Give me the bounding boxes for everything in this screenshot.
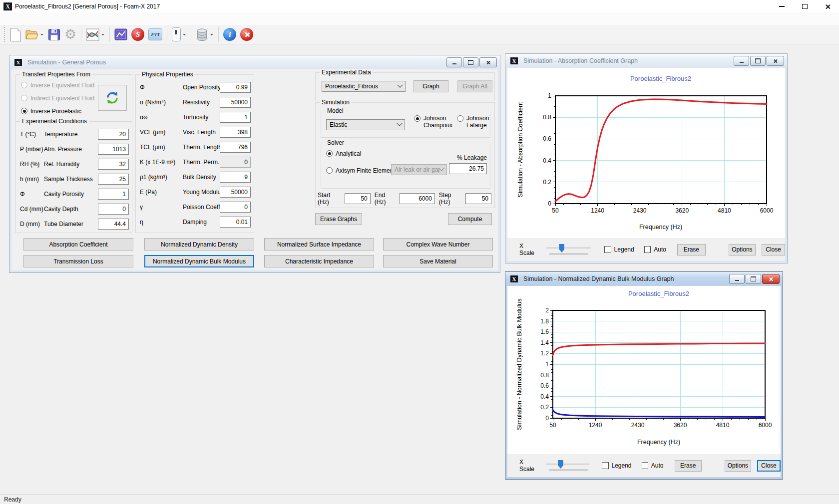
normalized-dynamic-bulk-modulus-button[interactable]: Normalized Dynamic Bulk Modulus xyxy=(144,255,254,267)
impedance-tube-button[interactable] xyxy=(170,26,188,43)
parameter-value-input[interactable]: 9 xyxy=(220,172,251,183)
simulation-window-titlebar[interactable]: X Simulation - General Porous xyxy=(9,55,500,69)
graph-all-button[interactable]: Graph All xyxy=(457,80,492,92)
legend-checkbox[interactable] xyxy=(602,462,608,469)
open-file-button[interactable] xyxy=(23,26,46,43)
erase-button[interactable]: Erase xyxy=(677,244,706,255)
absorption-coefficient-button[interactable]: Absorption Coefficient xyxy=(23,238,133,251)
group-title: Experimental Data xyxy=(320,69,373,76)
app-restore-button[interactable] xyxy=(793,0,816,13)
x-scale-slider[interactable] xyxy=(546,460,589,472)
legend-label: Legend xyxy=(612,462,632,469)
options-button[interactable]: Options xyxy=(725,460,751,472)
parameter-value-input[interactable]: 0.01 xyxy=(220,217,251,228)
parameter-value-input[interactable]: 44.4 xyxy=(98,219,129,230)
parameter-value-input[interactable]: 0.99 xyxy=(220,82,251,93)
radio-johnson-champoux[interactable]: Johnson Champoux xyxy=(414,115,457,129)
settings-button[interactable]: ⚙ xyxy=(62,26,78,43)
start-input[interactable]: 50 xyxy=(345,193,371,204)
new-file-button[interactable] xyxy=(8,26,23,43)
radio-indirect-equivalent-fluid[interactable]: Indirect Equivalent Fluid xyxy=(21,95,94,102)
material-combobox[interactable]: Poroelastic_Fibrous xyxy=(322,81,406,92)
curves-dropdown-icon[interactable] xyxy=(101,34,104,37)
save-button[interactable] xyxy=(46,26,62,43)
maximize-button[interactable] xyxy=(750,56,766,66)
tube-dropdown-icon[interactable] xyxy=(183,34,186,37)
parameter-value-input[interactable]: 20 xyxy=(98,129,129,140)
auto-checkbox[interactable] xyxy=(642,462,648,469)
radio-inverse-poroelastic[interactable]: Inverse Poroelastic xyxy=(21,108,81,115)
minimize-button[interactable] xyxy=(734,56,749,66)
parameter-value-input[interactable]: 796 xyxy=(220,142,251,153)
app-close-button[interactable] xyxy=(816,0,839,13)
slider-thumb[interactable] xyxy=(558,460,563,469)
exit-button[interactable] xyxy=(238,26,255,43)
parameter-value-input[interactable]: 398 xyxy=(220,127,251,138)
graph-viewer-button[interactable] xyxy=(112,26,129,43)
slider-thumb[interactable] xyxy=(559,244,564,252)
normalized-surface-impedance-button[interactable]: Normalized Surface Impedance xyxy=(264,238,374,251)
parameter-value-input[interactable]: 1013 xyxy=(98,144,129,155)
close-button[interactable] xyxy=(479,57,497,67)
parameter-value-input[interactable]: 1 xyxy=(98,189,129,200)
x-scale-slider[interactable] xyxy=(546,244,591,255)
compute-button[interactable]: Compute xyxy=(448,213,492,225)
characteristic-impedance-button[interactable]: Characteristic Impedance xyxy=(264,255,374,267)
characterize-graph-button[interactable] xyxy=(84,26,107,43)
step-input[interactable]: 50 xyxy=(465,193,491,204)
parameter-value-input[interactable]: 50000 xyxy=(220,187,251,198)
refresh-button[interactable] xyxy=(98,85,127,111)
erase-button[interactable]: Erase xyxy=(675,460,702,472)
database-button[interactable] xyxy=(194,26,216,43)
legend-checkbox[interactable] xyxy=(604,246,611,253)
parameter-symbol: RH (%) xyxy=(20,161,39,168)
parameter-value-input[interactable]: 25 xyxy=(98,174,129,185)
auto-checkbox[interactable] xyxy=(644,246,651,253)
maximize-button[interactable] xyxy=(746,274,761,284)
menu-item[interactable] xyxy=(48,17,59,21)
menu-item[interactable] xyxy=(4,17,15,21)
options-button[interactable]: Options xyxy=(729,244,756,255)
complex-wave-number-button[interactable]: Complex Wave Number xyxy=(383,238,493,251)
parameter-value-input[interactable]: 50000 xyxy=(220,97,251,108)
minimize-button[interactable] xyxy=(446,57,462,67)
erase-graphs-button[interactable]: Erase Graphs xyxy=(315,213,362,225)
menu-item[interactable] xyxy=(59,17,70,21)
bulk-modulus-graph-titlebar[interactable]: X Simulation - Normalized Dynamic Bulk M… xyxy=(505,272,783,286)
transmission-loss-button[interactable]: Transmission Loss xyxy=(23,255,133,267)
close-button[interactable] xyxy=(762,274,780,284)
s-tool-button[interactable]: S xyxy=(129,26,146,43)
app-titlebar[interactable]: X Poroelastic_Fibrous2 [General Porous] … xyxy=(0,0,839,13)
menu-item[interactable] xyxy=(37,17,48,21)
parameter-value-input[interactable]: 0 xyxy=(220,202,251,213)
info-button[interactable]: i xyxy=(221,26,238,43)
save-material-button[interactable]: Save Material xyxy=(383,255,493,267)
menu-item[interactable] xyxy=(26,17,37,21)
menu-item[interactable] xyxy=(15,17,26,21)
slider-track xyxy=(546,248,591,249)
radio-axisym-finite-element[interactable]: Axisym Finite Element xyxy=(326,167,395,174)
end-input[interactable]: 6000 xyxy=(400,193,435,204)
parameter-value-input[interactable]: 32 xyxy=(98,159,129,170)
normalized-dynamic-density-button[interactable]: Normalized Dynamic Density xyxy=(144,238,254,251)
graph-button[interactable]: Graph xyxy=(414,80,448,92)
close-button[interactable] xyxy=(767,56,784,66)
absorption-graph-titlebar[interactable]: X Simulation - Absorption Coefficient Gr… xyxy=(505,54,787,68)
close-graph-button[interactable]: Close xyxy=(762,244,785,255)
maximize-button[interactable] xyxy=(463,57,478,67)
minimize-button[interactable] xyxy=(729,274,745,284)
radio-analytical[interactable]: Analytical xyxy=(326,150,361,157)
air-leak-combobox[interactable]: Air leak or air gap xyxy=(391,164,447,175)
model-combobox[interactable]: Elastic xyxy=(326,119,405,130)
fvt-tool-button[interactable]: FVT xyxy=(146,26,164,43)
close-graph-button[interactable]: Close xyxy=(757,460,781,472)
parameter-value-input[interactable]: 1 xyxy=(220,112,251,123)
app-minimize-button[interactable] xyxy=(770,0,793,13)
parameter-value-input[interactable]: 0 xyxy=(98,204,129,215)
leakage-input[interactable]: 26.75 xyxy=(449,163,487,174)
open-dropdown-icon[interactable] xyxy=(40,34,43,37)
radio-inverse-equivalent-fluid[interactable]: Inverse Equivalent Fluid xyxy=(21,82,94,89)
database-dropdown-icon[interactable] xyxy=(210,34,213,37)
radio-johnson-lafarge[interactable]: Johnson Lafarge xyxy=(457,115,496,129)
parameter-value-input[interactable]: 0 xyxy=(220,157,251,168)
